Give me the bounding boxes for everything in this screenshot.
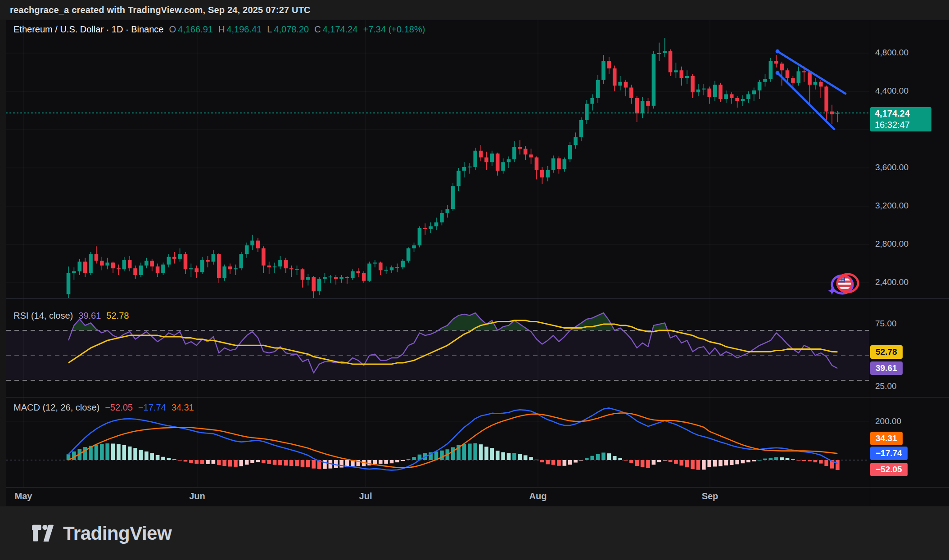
macd-histogram-bar [780,457,784,460]
macd-histogram-bar [590,456,594,460]
candle-body [590,98,594,104]
candle-body [401,261,405,267]
candle-body [824,86,828,111]
macd-histogram-bar [184,460,188,461]
candle-body [685,76,689,78]
candle-body [607,61,611,68]
macd-histogram-bar [401,460,405,461]
candle-body [496,154,500,171]
candle-body [585,104,589,120]
macd-histogram-bar [83,447,87,460]
candle-body [802,71,806,72]
macd-histogram-bar [680,460,684,465]
macd-histogram-bar [367,460,371,465]
trendline-handle[interactable] [776,71,780,75]
macd-histogram-bar [95,445,99,460]
candle-body [407,248,411,261]
candle-body [345,277,349,278]
macd-histogram-bar [769,458,773,460]
candle-body [763,79,767,81]
macd-histogram-bar [719,460,723,466]
macd-histogram-bar [808,460,812,461]
macd-histogram-bar [156,455,160,460]
candle-body [446,209,450,213]
macd-histogram-bar [629,460,633,463]
candle-body [206,260,210,262]
macd-histogram-bar [557,460,561,466]
macd-histogram-bar [239,460,243,466]
macd-histogram-bar [551,460,556,465]
macd-histogram-bar [128,447,132,460]
candle-body [273,266,277,267]
macd-histogram-bar [256,460,260,462]
macd-histogram-bar [540,460,544,462]
candle-body [228,266,232,269]
candle-body [456,171,461,186]
macd-histogram-bar [535,460,539,460]
macd-histogram-bar [133,448,137,460]
macd-histogram-bar [412,457,416,460]
candle-body [635,98,639,113]
macd-histogram-bar [696,460,700,470]
macd-histogram-bar [802,460,806,461]
candle-body [172,257,176,259]
candle-body [161,265,165,273]
candle-body [189,268,193,269]
macd-histogram-bar [451,447,455,460]
macd-histogram-bar [652,460,656,465]
macd-histogram-bar [473,443,477,460]
trendline-handle[interactable] [776,50,780,54]
macd-histogram-bar [167,458,171,460]
macd-histogram-bar [707,460,711,467]
candle-body [262,248,266,266]
candle-body [741,99,745,101]
candle-body [418,228,422,245]
candle-body [145,261,149,266]
candle-body [256,241,260,248]
candle-body [724,94,728,99]
candle-body [624,82,628,88]
macd-histogram-bar [373,460,377,464]
macd-histogram-bar [512,453,516,460]
candle-body [317,279,321,292]
candle-body [67,273,71,294]
macd-histogram-bar [390,460,394,463]
macd-histogram-bar [618,458,622,460]
candle-body [351,271,355,278]
macd-histogram-bar [674,460,678,464]
macd-histogram-bar [713,460,717,466]
macd-histogram-bar [596,454,600,460]
macd-histogram-bar [245,460,249,465]
candle-body [167,257,171,265]
candle-body [323,277,327,279]
candle-body [89,254,93,273]
candle-body [557,158,561,169]
macd-histogram-bar [295,460,299,466]
candle-body [384,270,388,271]
macd-histogram-bar [278,460,282,465]
candle-body [462,167,466,171]
candle-body [284,260,288,268]
macd-histogram-bar [100,444,104,460]
candle-body [535,158,539,170]
macd-histogram-bar [312,460,316,469]
chart-plot-area[interactable] [0,0,949,560]
macd-histogram-bar [579,460,583,461]
macd-histogram-bar [741,460,745,463]
candle-body [808,72,812,85]
candle-body [212,254,216,262]
candle-body [674,70,678,72]
macd-histogram-bar [546,460,550,464]
macd-histogram-bar [607,453,611,460]
macd-histogram-bar [273,460,277,465]
candle-body [245,245,249,254]
candle-body [574,137,578,145]
macd-histogram-bar [122,445,127,460]
macd-histogram-bar [117,444,121,460]
candle-body [239,254,243,268]
macd-histogram-bar [786,458,790,460]
candle-body [752,90,756,95]
macd-histogram-bar [484,447,488,460]
candle-body [774,61,778,63]
candle-body [329,276,333,277]
